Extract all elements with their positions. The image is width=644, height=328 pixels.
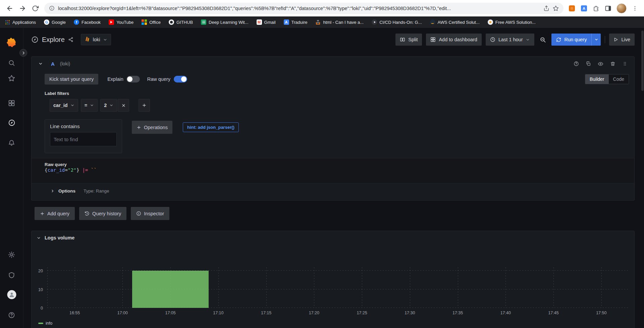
bookmark-applications[interactable]: Applications [5,19,36,25]
logs-volume-legend: info [38,321,52,326]
back-button[interactable] [3,2,16,15]
bookmark-office[interactable]: Office [142,19,161,25]
browser-menu-icon[interactable] [631,5,639,12]
hint-json-parser-button[interactable]: hint: add json_parser() [183,122,239,132]
share-alt-icon[interactable] [68,37,73,42]
bookmark-label: AWS Certified Solut... [438,20,480,25]
help-icon[interactable] [8,311,15,319]
profile-avatar[interactable] [616,3,627,13]
x-tick-label: 17:10 [213,311,223,315]
run-query-button[interactable]: Run query [551,34,591,46]
delete-query-trash-icon[interactable] [610,61,615,66]
query-ref-id[interactable]: A [51,61,55,67]
time-range-picker[interactable]: Last 1 hour [486,34,535,46]
gridline-vertical [314,267,314,308]
kick-start-button[interactable]: Kick start your query [45,74,98,85]
add-filter-button[interactable] [139,99,150,112]
add-query-button[interactable]: Add query [35,207,75,220]
legend-item[interactable]: info [38,321,52,326]
bookmark-facebook[interactable]: f Facebook [74,19,101,25]
filter-operator-select[interactable]: = [81,99,98,112]
query-help-icon[interactable] [574,61,579,66]
configuration-gear-icon[interactable] [8,251,15,258]
x-tick-label: 16:55 [69,311,80,315]
share-icon[interactable] [543,5,549,11]
query-history-button[interactable]: Query history [79,207,126,220]
filter-value-text: 2 [104,103,107,108]
bookmark-label: Applications [12,20,36,25]
inspector-button[interactable]: Inspector [131,207,169,220]
reload-button[interactable] [29,2,42,15]
bookmark-cicd[interactable]: CI/CD Hands-On: G... [372,19,422,25]
mode-code[interactable]: Code [609,74,629,84]
toggle-visibility-eye-icon[interactable] [598,61,603,67]
page-info-icon[interactable] [49,5,55,11]
filter-operator-value: = [85,103,87,108]
remove-filter-button[interactable] [118,99,129,112]
side-panel-icon[interactable] [604,5,612,12]
explain-toggle[interactable] [126,76,140,83]
bookmark-gmail[interactable]: M Gmail [257,19,276,25]
bookmark-deep-learning[interactable]: Deep Learning Wit... [201,19,249,25]
options-row[interactable]: Options Type: Range [51,188,109,194]
logs-volume-plot[interactable] [47,267,630,308]
chevron-right-icon [51,189,54,193]
bookmark-label: YouTube [116,20,133,25]
operations-button[interactable]: Operations [132,121,172,134]
duplicate-query-icon[interactable] [586,61,591,66]
translate-extension-icon[interactable]: A [580,5,588,12]
bookmark-github[interactable]: GITHUB [169,19,193,25]
gmail-icon: M [257,19,262,25]
bookmark-stackoverflow[interactable]: html - Can I have a... [315,19,364,25]
add-to-dashboard-button[interactable]: Add to dashboard [426,34,481,46]
x-tick-label: 17:25 [357,311,367,315]
mode-builder[interactable]: Builder [585,74,609,84]
operations-label: Operations [144,125,168,130]
split-button[interactable]: Split [395,34,422,46]
bookmark-free-aws[interactable]: Free AWS Solution... [488,19,536,25]
drag-handle-icon[interactable] [622,61,628,66]
explore-icon[interactable] [8,119,15,126]
url-input[interactable] [58,6,540,11]
options-summary: Type: Range [84,188,109,194]
bookmark-youtube[interactable]: YouTube [109,19,133,25]
filter-label-select[interactable]: car_id [50,99,78,112]
zoom-out-button[interactable] [538,34,547,46]
collapse-chevron-icon[interactable] [38,61,43,66]
extension-icon-red[interactable] [568,5,576,12]
arrow-right-icon [19,5,26,12]
extensions-puzzle-icon[interactable] [592,5,600,12]
split-label: Split [408,37,418,42]
server-admin-shield-icon[interactable] [8,271,15,279]
plus-icon [137,125,141,130]
line-contains-input[interactable] [50,132,117,146]
split-columns-icon [400,37,405,42]
bookmark-aws-certified[interactable]: AWS Certified Solut... [430,19,480,25]
omnibox[interactable] [44,3,564,14]
live-button[interactable]: Live [609,34,635,46]
search-icon[interactable] [8,59,15,66]
gridline-vertical [505,267,506,308]
scrollbar-thumb[interactable] [641,31,644,91]
live-label: Live [621,37,630,42]
sidebar-expand-button[interactable] [19,49,27,57]
dashboards-icon[interactable] [8,99,15,107]
raw-query-toggle[interactable] [174,76,187,83]
explain-label: Explain [107,76,123,82]
explore-compass-icon [31,36,39,43]
gridline-vertical [75,267,75,308]
run-query-dropdown[interactable] [591,34,601,46]
toolbar-divider [605,36,605,43]
bookmark-traduire[interactable]: A Traduire [284,19,308,25]
starred-icon[interactable] [8,74,15,82]
bookmark-star-icon[interactable] [553,5,559,11]
alerting-bell-icon[interactable] [8,139,15,146]
filter-value-select[interactable]: 2 [100,99,117,112]
datasource-picker[interactable]: loki [81,34,111,45]
forward-button[interactable] [16,2,29,15]
logs-volume-header[interactable]: Logs volume [37,235,74,240]
translate-icon: A [284,19,289,25]
user-avatar[interactable] [7,290,16,299]
grafana-logo[interactable] [6,37,17,48]
bookmark-google[interactable]: G Google [44,19,66,25]
